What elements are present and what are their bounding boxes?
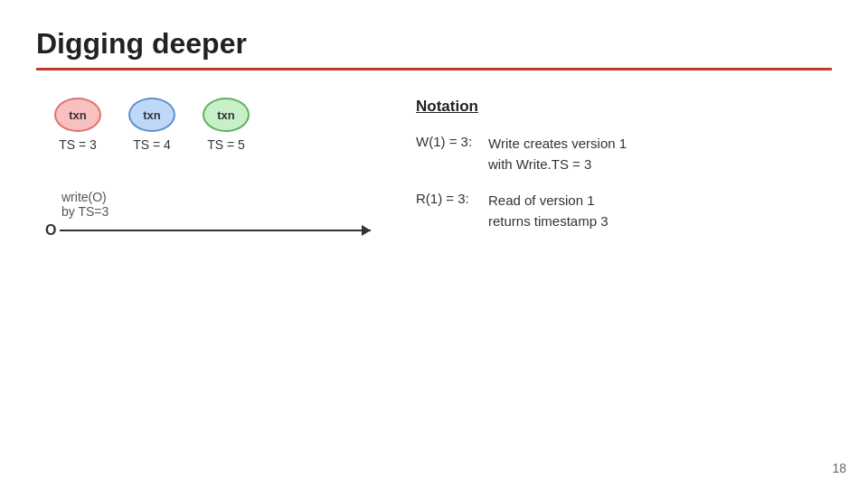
right-section: Notation W(1) = 3: Write creates version… xyxy=(416,98,627,248)
notation-desc-2: Read of version 1 returns timestamp 3 xyxy=(488,191,609,231)
notation-item-1: W(1) = 3: Write creates version 1 with W… xyxy=(416,134,627,174)
ts-label-2: TS = 4 xyxy=(133,137,171,152)
slide: Digging deeper txn TS = 3 txn TS = 4 xyxy=(0,0,868,488)
timeline-object: O xyxy=(45,222,56,239)
transaction-row: txn TS = 3 txn TS = 4 txn TS = 5 xyxy=(54,98,250,152)
notation-desc-1: Write creates version 1 with Write.TS = … xyxy=(488,134,627,174)
timeline-section: write(O) by TS=3 O xyxy=(45,190,371,239)
notation-item-2: R(1) = 3: Read of version 1 returns time… xyxy=(416,191,627,231)
timeline-row: O xyxy=(45,222,371,239)
notation-title: Notation xyxy=(416,98,627,116)
notation-key-2: R(1) = 3: xyxy=(416,191,479,206)
txn-circle-1: txn xyxy=(54,98,101,132)
txn-circle-3: txn xyxy=(203,98,250,132)
txn-circle-2: txn xyxy=(128,98,175,132)
left-section: txn TS = 3 txn TS = 4 txn TS = 5 xyxy=(36,98,380,248)
timeline-arrow xyxy=(60,230,371,231)
ts-label-3: TS = 5 xyxy=(207,137,245,152)
write-label: write(O) by TS=3 xyxy=(61,190,371,219)
txn-item-2: txn TS = 4 xyxy=(128,98,175,152)
title-divider xyxy=(36,68,832,70)
txn-item-1: txn TS = 3 xyxy=(54,98,101,152)
page-number: 18 xyxy=(832,461,846,475)
page-title: Digging deeper xyxy=(36,27,832,61)
txn-item-3: txn TS = 5 xyxy=(203,98,250,152)
content-area: txn TS = 3 txn TS = 4 txn TS = 5 xyxy=(36,98,832,248)
notation-key-1: W(1) = 3: xyxy=(416,134,479,149)
ts-label-1: TS = 3 xyxy=(59,137,97,152)
